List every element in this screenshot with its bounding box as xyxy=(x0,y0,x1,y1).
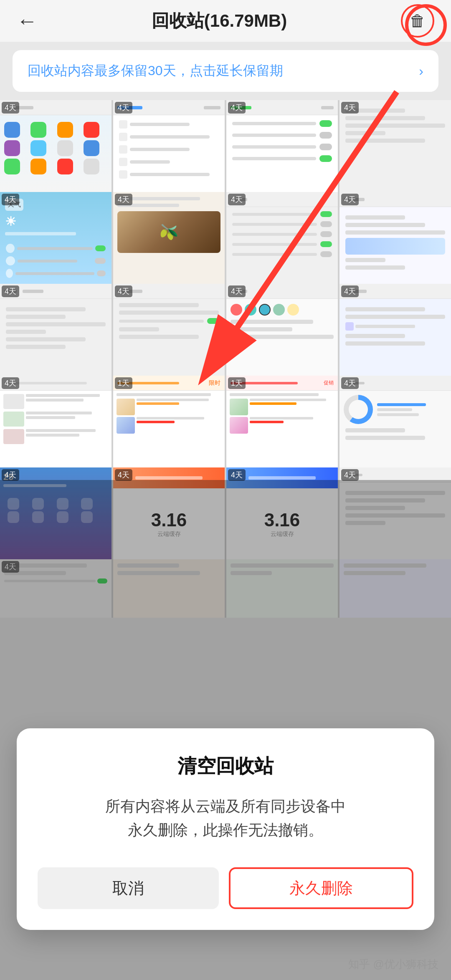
grid-item-5[interactable]: 天气 ☀ xyxy=(0,192,111,284)
dialog-buttons: 取消 永久删除 xyxy=(38,867,413,909)
grid-item-6[interactable]: 🫒 4天 xyxy=(113,192,225,284)
day-label-12: 4天 xyxy=(341,285,359,297)
grid-item-12[interactable]: 4天 xyxy=(340,284,451,376)
grid-item-14[interactable]: 限时 1天 xyxy=(113,376,225,467)
clear-recycle-dialog: 清空回收站 所有内容将从云端及所有同步设备中永久删除，此操作无法撤销。 取消 永… xyxy=(17,728,434,930)
day-label-17: 4天 xyxy=(2,469,19,481)
day-label-8: 4天 xyxy=(341,194,359,205)
day-label-7: 4天 xyxy=(228,194,246,205)
grid-item-4[interactable]: 4天 xyxy=(340,100,451,192)
grid-item-2[interactable]: 4天 xyxy=(113,100,225,192)
trash-icon: 🗑 xyxy=(410,12,426,30)
day-label-4: 4天 xyxy=(341,102,359,114)
trash-button[interactable]: 🗑 xyxy=(401,4,434,38)
day-label-13: 4天 xyxy=(2,377,19,389)
banner-arrow-icon: › xyxy=(419,63,423,79)
day-label-11: 4天 xyxy=(228,285,246,297)
grid-item-16[interactable]: 4天 xyxy=(340,376,451,467)
screenshot-grid-row4: 4天 限时 xyxy=(0,376,451,467)
grid-item-8[interactable]: 4天 xyxy=(340,192,451,284)
grid-item-1[interactable]: 4天 xyxy=(0,100,111,192)
day-label-16: 4天 xyxy=(341,377,359,389)
grid-item-3[interactable]: 4天 xyxy=(226,100,338,192)
page-title: 回收站(16.79MB) xyxy=(152,9,287,33)
grid-item-13[interactable]: 4天 xyxy=(0,376,111,467)
day-label-5: 4天 xyxy=(2,194,19,205)
day-label-19: 4天 xyxy=(228,469,246,481)
grid-item-15[interactable]: 促销 1天 xyxy=(226,376,338,467)
grid-item-9[interactable]: 4天 xyxy=(0,284,111,376)
screenshot-grid-row1: 4天 xyxy=(0,100,451,192)
dialog-body: 所有内容将从云端及所有同步设备中永久删除，此操作无法撤销。 xyxy=(38,794,413,842)
day-label-9: 4天 xyxy=(2,285,19,297)
day-label-2: 4天 xyxy=(115,102,132,114)
header: ← 回收站(16.79MB) 🗑 xyxy=(0,0,451,42)
banner-text: 回收站内容最多保留30天，点击延长保留期 xyxy=(28,62,283,80)
screenshot-grid-row2: 天气 ☀ xyxy=(0,192,451,284)
grid-item-10[interactable]: 4天 xyxy=(113,284,225,376)
day-label-14: 1天 xyxy=(115,377,132,389)
day-label-3: 4天 xyxy=(228,102,246,114)
day-label-6: 4天 xyxy=(115,194,132,205)
permanent-delete-button[interactable]: 永久删除 xyxy=(229,867,413,909)
dialog-title: 清空回收站 xyxy=(38,753,413,779)
day-label-20: 4天 xyxy=(341,469,359,481)
watermark: 知乎 @优小狮科技 xyxy=(348,957,438,972)
day-label-1: 4天 xyxy=(2,102,19,114)
back-button[interactable]: ← xyxy=(17,9,38,33)
day-label-10: 4天 xyxy=(115,285,132,297)
cancel-button[interactable]: 取消 xyxy=(38,867,219,909)
retention-banner[interactable]: 回收站内容最多保留30天，点击延长保留期 › xyxy=(13,50,438,92)
day-label-18: 4天 xyxy=(115,469,132,481)
grid-item-7[interactable]: 4天 xyxy=(226,192,338,284)
screenshot-grid-row3: 4天 4天 xyxy=(0,284,451,376)
grid-item-11[interactable]: 4天 xyxy=(226,284,338,376)
day-label-15: 1天 xyxy=(228,377,246,389)
